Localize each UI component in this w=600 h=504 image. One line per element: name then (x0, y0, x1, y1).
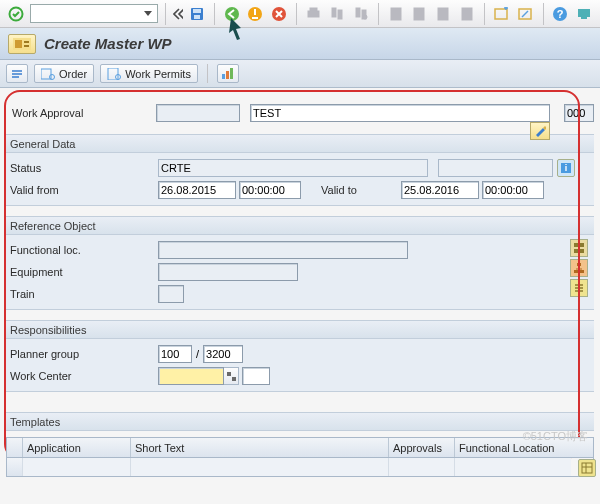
order-button[interactable]: Order (34, 64, 94, 83)
svg-point-14 (363, 15, 367, 19)
planner-sep: / (192, 348, 203, 360)
svg-rect-34 (226, 71, 229, 79)
svg-rect-41 (580, 249, 584, 253)
svg-rect-10 (332, 8, 336, 17)
svg-rect-31 (108, 68, 118, 80)
general-data-title: General Data (6, 134, 594, 153)
svg-rect-16 (414, 8, 424, 20)
work-permits-label: Work Permits (125, 68, 191, 80)
valid-from-date-field[interactable]: 26.08.2015 (158, 181, 236, 199)
work-center-label: Work Center (6, 370, 158, 382)
svg-rect-43 (574, 270, 578, 273)
svg-rect-19 (495, 9, 507, 19)
edit-longtext-button[interactable] (530, 122, 550, 140)
valid-to-label: Valid to (301, 184, 401, 196)
work-approval-seq-field[interactable]: 000 (564, 104, 594, 122)
work-center-field[interactable] (158, 367, 224, 385)
table-row[interactable] (7, 458, 593, 476)
row-select-header[interactable] (7, 438, 23, 457)
status-ext-field (438, 159, 553, 177)
help-icon[interactable]: ? (551, 4, 571, 24)
chart-button[interactable] (217, 64, 239, 83)
order-label: Order (59, 68, 87, 80)
svg-point-30 (50, 74, 55, 79)
plant-field[interactable]: 3200 (203, 345, 243, 363)
svg-marker-0 (229, 18, 241, 40)
status-info-button[interactable]: i (557, 159, 575, 177)
func-loc-field[interactable] (158, 241, 408, 259)
svg-rect-27 (24, 41, 29, 43)
first-page-icon (386, 4, 406, 24)
work-approval-label: Work Approval (8, 107, 156, 119)
reference-object-title: Reference Object (6, 216, 594, 235)
annotation-arrow (228, 15, 256, 43)
f4-help-button[interactable] (224, 367, 239, 385)
save-icon[interactable] (187, 4, 207, 24)
svg-rect-28 (24, 45, 29, 47)
table-settings-button[interactable] (578, 459, 596, 477)
svg-rect-26 (15, 40, 22, 48)
object-picture-button[interactable] (8, 34, 36, 54)
svg-rect-44 (580, 270, 584, 273)
section-templates: Templates Application Short Text Approva… (6, 412, 594, 477)
order-icon (41, 68, 55, 80)
svg-text:i: i (565, 163, 568, 173)
svg-rect-4 (194, 15, 200, 19)
section-responsibilities: Responsibilities Planner group 100 / 320… (6, 320, 594, 392)
application-toolbar: Order Work Permits (0, 60, 600, 88)
section-reference-object: Reference Object Functional loc. Equipme… (6, 216, 594, 310)
last-page-icon (457, 4, 477, 24)
find-next-icon (351, 4, 371, 24)
svg-rect-8 (308, 11, 319, 17)
status-label: Status (6, 162, 158, 174)
svg-rect-35 (230, 68, 233, 79)
cancel-ball-icon[interactable] (269, 4, 289, 24)
valid-from-label: Valid from (6, 184, 158, 196)
svg-rect-23 (578, 9, 590, 17)
chevron-down-icon[interactable] (142, 8, 154, 20)
valid-from-time-field[interactable]: 00:00:00 (239, 181, 301, 199)
status-field: CRTE (158, 159, 428, 177)
col-approvals[interactable]: Approvals (389, 438, 455, 457)
clipboard-icon (107, 68, 121, 80)
train-field[interactable] (158, 285, 184, 303)
work-approval-desc-field[interactable]: TEST (250, 104, 550, 122)
svg-rect-39 (580, 243, 584, 247)
form-area: Work Approval TEST 000 General Data Stat… (0, 88, 600, 502)
command-field[interactable] (30, 4, 158, 23)
layout-icon[interactable] (574, 4, 594, 24)
page-title-bar: Create Master WP (0, 28, 600, 60)
back-collapse-icon[interactable] (173, 8, 183, 20)
svg-rect-3 (193, 9, 201, 13)
work-center-plant-field[interactable] (242, 367, 270, 385)
svg-rect-12 (356, 8, 360, 17)
list-icon[interactable] (570, 279, 588, 297)
enter-icon[interactable] (6, 4, 26, 24)
col-application[interactable]: Application (23, 438, 131, 457)
work-permits-button[interactable]: Work Permits (100, 64, 198, 83)
planner-group-label: Planner group (6, 348, 158, 360)
shortcut-icon[interactable] (516, 4, 536, 24)
equipment-field[interactable] (158, 263, 298, 281)
svg-text:?: ? (557, 8, 564, 20)
svg-rect-18 (462, 8, 472, 20)
valid-to-time-field[interactable]: 00:00:00 (482, 181, 544, 199)
check-button[interactable] (6, 64, 28, 83)
print-icon (304, 4, 324, 24)
work-approval-id-field[interactable] (156, 104, 240, 122)
valid-to-date-field[interactable]: 25.08.2016 (401, 181, 479, 199)
new-session-icon[interactable] (492, 4, 512, 24)
planner-group-field[interactable]: 100 (158, 345, 192, 363)
prev-page-icon (410, 4, 430, 24)
find-icon (328, 4, 348, 24)
train-label: Train (6, 288, 158, 300)
work-approval-row: Work Approval TEST 000 (8, 102, 594, 124)
col-short-text[interactable]: Short Text (131, 438, 389, 457)
svg-rect-38 (574, 243, 578, 247)
svg-rect-24 (581, 17, 587, 19)
structure-icon[interactable] (570, 239, 588, 257)
hierarchy-icon[interactable] (570, 259, 588, 277)
watermark: ©51CTO博客 (523, 429, 588, 444)
equipment-label: Equipment (6, 266, 158, 278)
next-page-icon (434, 4, 454, 24)
